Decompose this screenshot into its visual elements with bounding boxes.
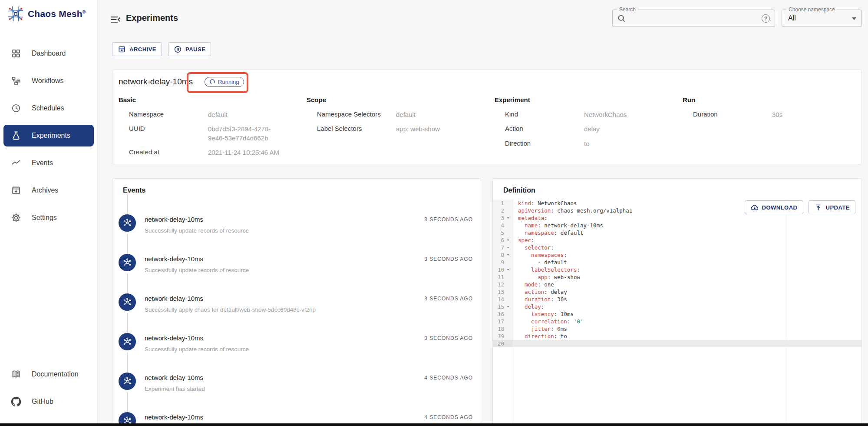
- event-message: Successfully update records of resource: [145, 346, 249, 353]
- screen-bottom-bar: [0, 423, 868, 426]
- menu-open-icon[interactable]: [110, 14, 121, 25]
- fold-marker-icon[interactable]: ▾: [504, 251, 512, 259]
- line-number: 4: [493, 222, 504, 229]
- code-line[interactable]: 16 latency: 10ms: [493, 310, 861, 318]
- event-item[interactable]: network-delay-10ms 4 SECONDS AGO: [119, 392, 481, 426]
- line-number: 20: [493, 340, 504, 347]
- code-line[interactable]: 20: [493, 340, 861, 347]
- detail-value: default: [396, 110, 474, 119]
- detail-value: 30s: [772, 110, 850, 119]
- code-text: namespace: default: [513, 229, 584, 236]
- code-line[interactable]: 6▾spec:: [493, 236, 861, 244]
- pause-button[interactable]: PAUSE: [168, 42, 211, 56]
- event-item[interactable]: network-delay-10ms Experiment has starte…: [119, 353, 481, 392]
- event-message: Experiment has started: [145, 386, 205, 392]
- event-item[interactable]: network-delay-10ms Successfully update r…: [119, 234, 481, 273]
- code-text: jitter: 0ms: [513, 325, 567, 333]
- code-text: direction: to: [513, 333, 567, 340]
- code-line[interactable]: 4 name: network-delay-10ms: [493, 222, 861, 229]
- experiment-name: network-delay-10ms: [119, 77, 193, 87]
- line-number: 5: [493, 229, 504, 236]
- sidebar-item-events[interactable]: Events: [3, 152, 94, 174]
- code-text: action: delay: [513, 288, 567, 296]
- fold-marker-icon[interactable]: ▾: [504, 244, 512, 251]
- search-field[interactable]: Search ?: [612, 10, 775, 27]
- archive-button[interactable]: ARCHIVE: [112, 42, 162, 56]
- code-line[interactable]: 5 namespace: default: [493, 229, 861, 236]
- sidebar-item-settings[interactable]: Settings: [3, 207, 94, 229]
- detail-value: app: web-show: [396, 125, 474, 133]
- code-line[interactable]: 17 correlation: '0': [493, 318, 861, 325]
- timeline-connector: [127, 234, 128, 254]
- download-button[interactable]: DOWNLOAD: [745, 200, 803, 214]
- sidebar-nav: Dashboard Workflows Schedules Experiment…: [3, 43, 94, 234]
- namespace-select[interactable]: Choose namespace All: [782, 10, 862, 27]
- sidebar-item-documentation[interactable]: Documentation: [3, 363, 94, 385]
- definition-card: Definition DOWNLOAD UPDATE 1kind: Networ…: [492, 178, 862, 426]
- sidebar-item-github[interactable]: GitHub: [3, 391, 94, 413]
- fold-marker-icon[interactable]: ▾: [504, 236, 512, 244]
- status-badge-label: Running: [218, 79, 239, 85]
- fold-marker-empty: [504, 310, 512, 318]
- line-number: 12: [493, 281, 504, 288]
- line-number: 6: [493, 236, 504, 244]
- section-scope: Scope Namespace Selectors default Label …: [307, 96, 495, 163]
- event-message: Successfully update records of resource: [145, 227, 249, 234]
- line-number: 2: [493, 207, 504, 214]
- definition-actions: DOWNLOAD UPDATE: [745, 200, 855, 214]
- event-name: network-delay-10ms: [145, 334, 249, 342]
- code-line[interactable]: 12 mode: one: [493, 281, 861, 288]
- trademark: ®: [83, 10, 86, 14]
- code-line[interactable]: 8▾ namespaces:: [493, 251, 861, 259]
- line-number: 8: [493, 251, 504, 259]
- line-number: 1: [493, 200, 504, 207]
- event-item[interactable]: network-delay-10ms Successfully update r…: [119, 194, 481, 234]
- sidebar-item-dashboard[interactable]: Dashboard: [3, 43, 94, 64]
- code-line[interactable]: 15▾ delay:: [493, 303, 861, 310]
- event-item[interactable]: network-delay-10ms Successfully apply ch…: [119, 273, 481, 313]
- code-line[interactable]: 10▾ labelSelectors:: [493, 266, 861, 273]
- search-help-icon[interactable]: ?: [762, 14, 770, 23]
- chaos-mesh-logo-icon: [7, 5, 24, 23]
- event-timestamp: 3 SECONDS AGO: [424, 296, 473, 302]
- yaml-editor[interactable]: 1kind: NetworkChaos2apiVersion: chaos-me…: [493, 200, 861, 426]
- code-line[interactable]: 9 - default: [493, 259, 861, 266]
- app-logo[interactable]: Chaos Mesh®: [7, 5, 86, 23]
- section-title: Run: [683, 96, 868, 103]
- code-line[interactable]: 19 direction: to: [493, 333, 861, 340]
- cloud-download-icon: [750, 203, 759, 212]
- event-name: network-delay-10ms: [145, 216, 249, 223]
- detail-value: 0bd7d5f3-2894-4278-9e46-53e77d4d662b: [208, 125, 286, 143]
- network-chaos-avatar-icon: [119, 254, 136, 271]
- code-line[interactable]: 3▾metadata:: [493, 214, 861, 222]
- sidebar-item-schedules[interactable]: Schedules: [3, 97, 94, 119]
- section-title: Scope: [307, 96, 495, 103]
- line-number: 19: [493, 333, 504, 340]
- search-input[interactable]: [629, 10, 755, 26]
- event-name: network-delay-10ms: [145, 413, 203, 421]
- sidebar-item-workflows[interactable]: Workflows: [3, 70, 94, 92]
- fold-marker-empty: [504, 281, 512, 288]
- fold-marker-icon[interactable]: ▾: [504, 214, 512, 222]
- update-button[interactable]: UPDATE: [809, 200, 855, 214]
- status-badge[interactable]: Running: [205, 77, 244, 87]
- code-line[interactable]: 14 duration: 30s: [493, 296, 861, 303]
- sidebar-item-experiments[interactable]: Experiments: [3, 125, 94, 146]
- fold-marker-icon[interactable]: ▾: [504, 303, 512, 310]
- code-line[interactable]: 11 app: web-show: [493, 273, 861, 281]
- fold-marker-empty: [504, 318, 512, 325]
- fold-marker-icon[interactable]: ▾: [504, 266, 512, 273]
- event-item[interactable]: network-delay-10ms Successfully update r…: [119, 313, 481, 353]
- line-number: 9: [493, 259, 504, 266]
- code-line[interactable]: 18 jitter: 0ms: [493, 325, 861, 333]
- code-line[interactable]: 7▾ selector:: [493, 244, 861, 251]
- definition-card-title: Definition: [493, 179, 861, 194]
- sidebar-item-archives[interactable]: Archives: [3, 180, 94, 201]
- page-title: Experiments: [126, 13, 178, 23]
- events-card-title: Events: [112, 179, 481, 194]
- timeline-icon: [11, 158, 21, 168]
- event-timestamp: 3 SECONDS AGO: [424, 335, 473, 341]
- code-line[interactable]: 13 action: delay: [493, 288, 861, 296]
- code-text: app: web-show: [513, 273, 580, 281]
- section-experiment: Experiment Kind NetworkChaos Action dela…: [495, 96, 683, 163]
